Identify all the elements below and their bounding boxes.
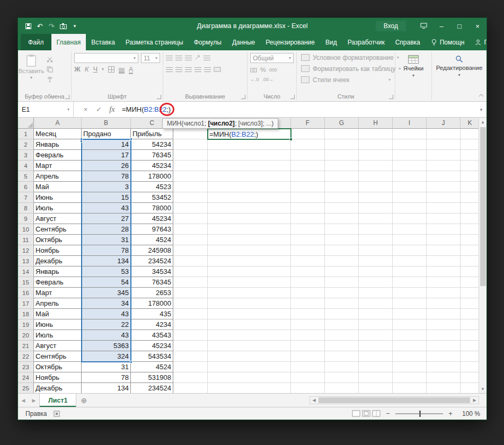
cell-E15[interactable]: [208, 277, 291, 288]
cell-J7[interactable]: [427, 192, 461, 203]
scroll-right-icon[interactable]: ▶: [471, 398, 479, 403]
cell-I1[interactable]: [393, 129, 427, 139]
cell-D23[interactable]: [173, 362, 208, 372]
row-header-19[interactable]: 19: [18, 319, 34, 330]
cell-B8[interactable]: 43: [82, 203, 131, 213]
cell-B19[interactable]: 22: [82, 319, 131, 330]
increase-decimal-icon[interactable]: ←.0: [250, 77, 259, 82]
cell-I12[interactable]: [393, 245, 427, 256]
cell-G7[interactable]: [325, 192, 359, 203]
cell-H19[interactable]: [359, 319, 393, 330]
cell-B4[interactable]: 26: [82, 161, 131, 171]
increase-indent-icon[interactable]: [204, 67, 211, 72]
cells-button[interactable]: Ячейки ▾: [395, 52, 431, 101]
cell-E19[interactable]: [208, 319, 291, 330]
cell-E12[interactable]: [208, 245, 291, 256]
row-header-12[interactable]: 12: [18, 245, 34, 256]
cell-I16[interactable]: [393, 288, 427, 298]
ribbon-display-options-button[interactable]: [414, 18, 432, 34]
cell-D10[interactable]: [173, 224, 208, 235]
style-item-2[interactable]: Стили ячеек▾: [297, 74, 395, 85]
active-cell-editor[interactable]: =МИН(B2:B22;): [207, 128, 291, 140]
row-header-3[interactable]: 3: [18, 150, 34, 161]
align-middle-icon[interactable]: [175, 56, 182, 60]
cell-A11[interactable]: Октябрь: [34, 235, 82, 245]
cell-D15[interactable]: [173, 277, 208, 288]
cell-C25[interactable]: 234524: [131, 383, 173, 393]
copy-icon[interactable]: [47, 66, 55, 73]
cell-J18[interactable]: [427, 309, 461, 319]
cell-E23[interactable]: [208, 362, 291, 372]
cell-J8[interactable]: [427, 203, 461, 213]
sign-in-button[interactable]: Вход: [376, 21, 406, 31]
ribbon-tab-6[interactable]: Рецензирование: [260, 34, 320, 50]
cell-F9[interactable]: [291, 213, 325, 224]
cell-G19[interactable]: [325, 319, 359, 330]
customize-icon[interactable]: ▾: [69, 18, 81, 34]
cell-F4[interactable]: [291, 161, 325, 171]
cell-H4[interactable]: [359, 161, 393, 171]
cell-I17[interactable]: [393, 298, 427, 309]
cell-J21[interactable]: [427, 341, 461, 351]
cell-K23[interactable]: [461, 362, 480, 372]
cell-H8[interactable]: [359, 203, 393, 213]
cell-F2[interactable]: [291, 139, 325, 150]
insert-function-button[interactable]: fx: [105, 102, 119, 117]
cell-E24[interactable]: [208, 372, 291, 383]
cell-H2[interactable]: [359, 139, 393, 150]
select-all-button[interactable]: [18, 118, 34, 129]
cell-B18[interactable]: 43: [82, 309, 131, 319]
cell-B25[interactable]: 134: [82, 383, 131, 393]
cell-G20[interactable]: [325, 330, 359, 341]
cell-K15[interactable]: [461, 277, 480, 288]
cell-J3[interactable]: [427, 150, 461, 161]
cell-F19[interactable]: [291, 319, 325, 330]
ribbon-tab-8[interactable]: Разработчик: [342, 34, 390, 50]
cell-H6[interactable]: [359, 182, 393, 192]
cell-A23[interactable]: Октябрь: [34, 362, 82, 372]
cell-H21[interactable]: [359, 341, 393, 351]
cell-H22[interactable]: [359, 351, 393, 362]
row-header-2[interactable]: 2: [18, 139, 34, 150]
cell-E2[interactable]: [208, 139, 291, 150]
cell-F14[interactable]: [291, 266, 325, 277]
cell-G9[interactable]: [325, 213, 359, 224]
cell-G11[interactable]: [325, 235, 359, 245]
cell-I10[interactable]: [393, 224, 427, 235]
ribbon-tab-3[interactable]: Разметка страницы: [120, 34, 189, 50]
cell-E11[interactable]: [208, 235, 291, 245]
zoom-level[interactable]: 100 %: [458, 410, 480, 417]
cell-B1[interactable]: Продано: [82, 129, 131, 139]
ribbon-tab-9[interactable]: Справка: [390, 34, 426, 50]
cell-B14[interactable]: 53: [82, 266, 131, 277]
decrease-indent-icon[interactable]: [194, 67, 201, 72]
row-header-22[interactable]: 22: [18, 351, 34, 362]
cell-K5[interactable]: [461, 171, 480, 182]
row-header-20[interactable]: 20: [18, 330, 34, 341]
column-header-H[interactable]: H: [359, 118, 393, 129]
row-header-23[interactable]: 23: [18, 362, 34, 372]
cell-C17[interactable]: 178000: [131, 298, 173, 309]
cell-B20[interactable]: 43: [82, 330, 131, 341]
cell-D16[interactable]: [173, 288, 208, 298]
number-format-combo[interactable]: Общий▾: [250, 53, 294, 63]
cell-C24[interactable]: 531908: [131, 372, 173, 383]
ribbon-tab-1[interactable]: Главная: [51, 34, 86, 50]
cell-A2[interactable]: Январь: [34, 139, 82, 150]
dialog-launcher-icon[interactable]: [241, 95, 245, 99]
cell-C8[interactable]: 78000: [131, 203, 173, 213]
cell-A19[interactable]: Июнь: [34, 319, 82, 330]
zoom-in-button[interactable]: +: [447, 410, 454, 417]
ribbon-tab-4[interactable]: Формулы: [189, 34, 227, 50]
dialog-launcher-icon[interactable]: [290, 95, 295, 99]
scroll-left-icon[interactable]: ◀: [310, 398, 318, 403]
cell-I11[interactable]: [393, 235, 427, 245]
cell-K19[interactable]: [461, 319, 480, 330]
cell-D21[interactable]: [173, 341, 208, 351]
wrap-text-icon[interactable]: [204, 56, 210, 60]
column-header-I[interactable]: I: [393, 118, 427, 129]
cell-F5[interactable]: [291, 171, 325, 182]
cell-D8[interactable]: [173, 203, 208, 213]
cell-A21[interactable]: Август: [34, 341, 82, 351]
share-button[interactable]: Поделиться: [470, 34, 487, 50]
